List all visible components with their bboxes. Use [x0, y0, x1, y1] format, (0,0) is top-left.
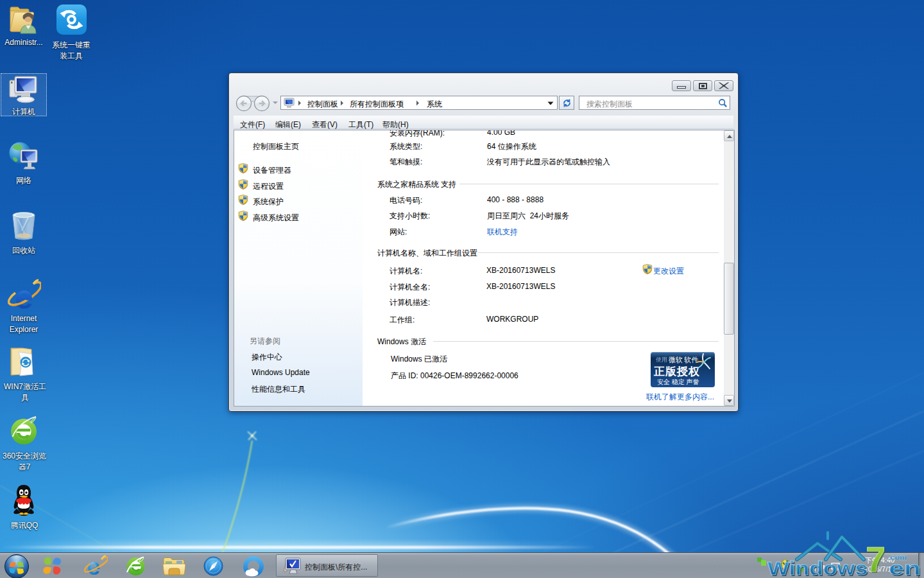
svg-text:e: e	[15, 279, 33, 313]
svg-text:.com: .com	[888, 553, 907, 562]
svg-text:Windows: Windows	[767, 557, 868, 578]
svg-text:7: 7	[866, 539, 886, 578]
